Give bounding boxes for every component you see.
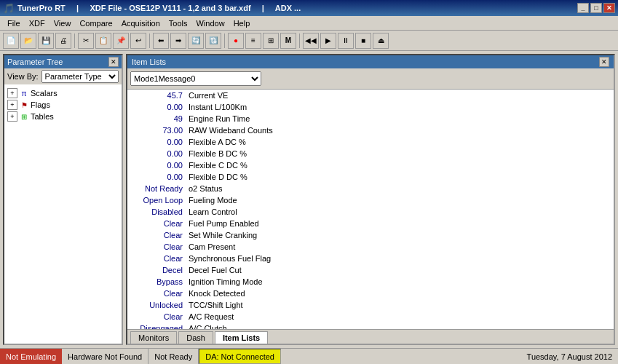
table-row[interactable]: 73.00RAW Wideband Counts <box>127 124 614 136</box>
table-row[interactable]: DisengagedA/C Clutch <box>127 323 614 329</box>
title-bar: 🎵 TunerPro RT | XDF File - OSE12P V111 -… <box>0 0 618 16</box>
row-label: Flexible D DC % <box>186 171 614 183</box>
menu-tools[interactable]: Tools <box>165 17 192 29</box>
table-row[interactable]: 0.00Flexible C DC % <box>127 159 614 171</box>
toolbar-cut[interactable]: ✂ <box>78 33 94 49</box>
toolbar-play[interactable]: ▶ <box>320 33 336 49</box>
table-row[interactable]: ClearSet While Cranking <box>127 229 614 241</box>
toolbar-paste[interactable]: 📌 <box>113 33 129 49</box>
toolbar-rewind[interactable]: ◀◀ <box>303 33 319 49</box>
tables-label: Tables <box>31 112 54 121</box>
row-label: A/C Clutch <box>186 323 614 329</box>
table-row[interactable]: BypassIgnition Timing Mode <box>127 276 614 288</box>
menu-file[interactable]: File <box>3 17 25 29</box>
table-row[interactable]: ClearCam Present <box>127 241 614 253</box>
table-row[interactable]: 0.00Instant L/100Km <box>127 101 614 113</box>
tree-item-scalars[interactable]: + π Scalars <box>7 87 119 99</box>
toolbar-btn7[interactable]: 🔄 <box>188 33 204 49</box>
table-row[interactable]: 45.7Current VE <box>127 90 614 101</box>
menu-view[interactable]: View <box>49 17 76 29</box>
row-label: Flexible B DC % <box>186 148 614 159</box>
menu-bar: File XDF View Compare Acquisition Tools … <box>0 16 618 31</box>
table-row[interactable]: 0.00Flexible D DC % <box>127 171 614 183</box>
ready-status: Not Ready <box>148 349 199 364</box>
toolbar-grid[interactable]: ⊞ <box>263 33 279 49</box>
toolbar-stop[interactable]: ■ <box>355 33 371 49</box>
menu-acquisition[interactable]: Acquisition <box>117 17 165 29</box>
table-row[interactable]: Open LoopFueling Mode <box>127 194 614 206</box>
toolbar-btn8[interactable]: 🔃 <box>205 33 221 49</box>
toolbar-new[interactable]: 📄 <box>3 33 19 49</box>
list-table: 45.7Current VE0.00Instant L/100Km49Engin… <box>127 90 614 329</box>
menu-help[interactable]: Help <box>229 17 255 29</box>
item-lists-close-button[interactable]: ✕ <box>599 57 609 67</box>
expand-tables[interactable]: + <box>7 111 17 122</box>
row-label: Fuel Pump Enabled <box>186 218 614 229</box>
toolbar-record[interactable]: ● <box>228 33 244 49</box>
table-row[interactable]: ClearSynchronous Fuel Flag <box>127 253 614 264</box>
flags-icon: ⚑ <box>19 100 29 110</box>
flags-label: Flags <box>31 100 50 109</box>
param-tree-close-button[interactable]: ✕ <box>108 57 119 67</box>
table-row[interactable]: Not Readyo2 Status <box>127 183 614 194</box>
maximize-button[interactable]: □ <box>590 3 602 13</box>
toolbar-save[interactable]: 💾 <box>38 33 54 49</box>
table-row[interactable]: UnlockedTCC/Shift Light <box>127 299 614 311</box>
row-value: 0.00 <box>127 148 186 159</box>
toolbar-eject[interactable]: ⏏ <box>373 33 389 49</box>
table-row[interactable]: ClearFuel Pump Enabled <box>127 218 614 229</box>
minimize-button[interactable]: _ <box>577 3 589 13</box>
date-display: Tuesday, 7 August 2012 <box>521 351 618 363</box>
toolbar-open[interactable]: 📂 <box>20 33 36 49</box>
row-label: Flexible A DC % <box>186 136 614 148</box>
menu-xdf[interactable]: XDF <box>25 17 49 29</box>
toolbar-sep-2 <box>149 33 150 48</box>
table-row[interactable]: ClearA/C Request <box>127 311 614 323</box>
table-row[interactable]: ClearKnock Detected <box>127 288 614 299</box>
table-row[interactable]: DisabledLearn Control <box>127 206 614 218</box>
row-label: A/C Request <box>186 311 614 323</box>
toolbar-btn6[interactable]: ➡ <box>170 33 186 49</box>
not-emulating-status: Not Emulating <box>0 349 62 364</box>
toolbar-sep-3 <box>224 33 225 48</box>
expand-flags[interactable]: + <box>7 100 17 110</box>
app-icon: 🎵 <box>3 3 15 14</box>
table-row[interactable]: 0.00Flexible A DC % <box>127 136 614 148</box>
row-label: Knock Detected <box>186 288 614 299</box>
tree-item-flags[interactable]: + ⚑ Flags <box>7 99 119 111</box>
view-by-select[interactable]: Parameter Type <box>41 70 119 83</box>
toolbar-m[interactable]: M <box>280 33 296 49</box>
view-by-label: View By: <box>7 72 39 81</box>
tree-item-tables[interactable]: + ⊞ Tables <box>7 111 119 122</box>
row-label: Set While Cranking <box>186 229 614 241</box>
tab-monitors[interactable]: Monitors <box>130 331 177 344</box>
toolbar-btn5[interactable]: ⬅ <box>153 33 169 49</box>
row-label: Ignition Timing Mode <box>186 276 614 288</box>
da-status: DA: Not Connected <box>199 349 281 364</box>
table-row[interactable]: 49Engine Run Time <box>127 113 614 124</box>
row-value: 0.00 <box>127 101 186 113</box>
toolbar-undo[interactable]: ↩ <box>130 33 146 49</box>
toolbar-list[interactable]: ≡ <box>245 33 261 49</box>
row-value: Decel <box>127 264 186 276</box>
expand-scalars[interactable]: + <box>7 88 17 98</box>
tab-item-lists[interactable]: Item Lists <box>215 331 268 344</box>
toolbar-pause[interactable]: ⏸ <box>338 33 354 49</box>
menu-compare[interactable]: Compare <box>75 17 116 29</box>
item-lists-header: Item Lists ✕ <box>127 55 614 68</box>
row-value: Clear <box>127 241 186 253</box>
mode-dropdown[interactable]: Mode1Message0 <box>130 71 261 86</box>
toolbar-copy[interactable]: 📋 <box>95 33 111 49</box>
table-row[interactable]: DecelDecel Fuel Cut <box>127 264 614 276</box>
row-label: Current VE <box>186 90 614 101</box>
toolbar-print[interactable]: 🖨 <box>55 33 71 49</box>
menu-window[interactable]: Window <box>192 17 229 29</box>
row-value: 0.00 <box>127 136 186 148</box>
table-row[interactable]: 0.00Flexible B DC % <box>127 148 614 159</box>
close-button[interactable]: ✕ <box>603 3 615 13</box>
scalars-label: Scalars <box>31 89 58 98</box>
tables-icon: ⊞ <box>19 111 29 122</box>
title-bar-text: TunerPro RT | XDF File - OSE12P V111 - 1… <box>17 4 301 12</box>
tab-dash[interactable]: Dash <box>178 331 213 344</box>
row-label: Decel Fuel Cut <box>186 264 614 276</box>
